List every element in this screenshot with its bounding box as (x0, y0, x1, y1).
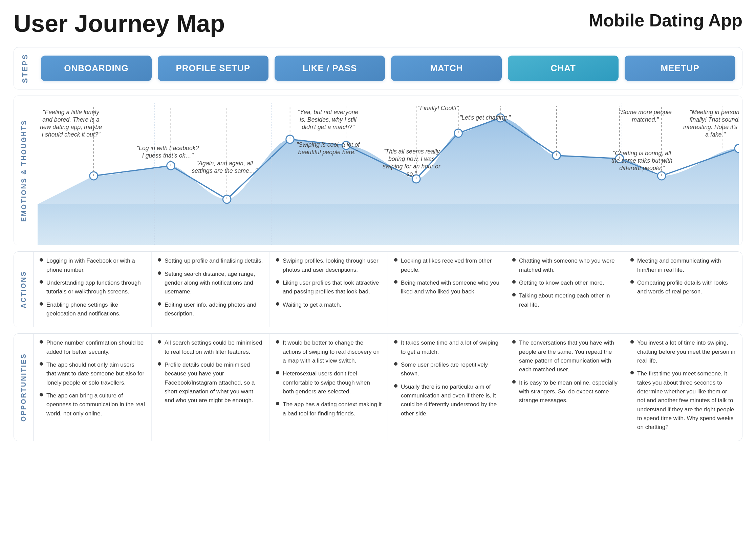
bullet-dot (158, 258, 161, 262)
svg-text:"Again, and again, all: "Again, and again, all (196, 160, 253, 167)
bullet-dot (276, 280, 279, 284)
action-text: Looking at likes received from other peo… (401, 256, 500, 274)
opp-text: Heterosexual users don't feel comfortabl… (283, 369, 382, 396)
step-onboarding: ONBOARDING (41, 56, 152, 81)
action-text: Being matched with someone who you liked… (401, 279, 500, 296)
opp-item: It would be better to change the actions… (276, 338, 382, 365)
actions-label: ACTIONS (20, 271, 27, 308)
bullet-dot (512, 258, 516, 262)
steps-label: STEPS (21, 54, 38, 83)
app-subtitle: Mobile Dating App (589, 10, 742, 30)
bullet-dot (512, 340, 516, 344)
opp-text: The app has a dating context making it a… (283, 400, 382, 418)
bullet-dot (276, 302, 279, 306)
actions-col-meetup: Meeting and communicating with him/her i… (624, 252, 742, 327)
emotions-section: EMOTIONS & THOUGHTS (14, 96, 742, 245)
actions-label-wrap: ACTIONS (14, 252, 34, 327)
opp-text: It takes some time and a lot of swiping … (401, 338, 500, 356)
actions-item: Comparing profile details with looks and… (630, 279, 736, 296)
bullet-dot (276, 402, 279, 405)
opp-item: Phone number confirmation should be adde… (40, 338, 145, 356)
svg-text:didn't get a match?": didn't get a match?" (302, 124, 354, 130)
step-chat: CHAT (508, 56, 619, 81)
svg-text:swiping for an hour or: swiping for an hour or (383, 163, 441, 170)
bullet-dot (40, 362, 43, 366)
actions-item: Logging in with Facebook or with a phone… (40, 256, 145, 274)
svg-text:a fake.": a fake." (705, 131, 726, 138)
actions-item: Swiping profiles, looking through user p… (276, 256, 382, 274)
header: User Journey Map Mobile Dating App (14, 10, 742, 37)
opp-text: Some user profiles are repetitively show… (401, 361, 500, 378)
svg-text:different people.": different people." (619, 165, 665, 171)
emotions-label-wrap: EMOTIONS & THOUGHTS (14, 96, 34, 245)
opp-text: The conversations that you have with peo… (519, 338, 618, 374)
bullet-dot (276, 371, 279, 374)
opp-text: All search settings could be minimised t… (165, 338, 263, 356)
opp-item: The conversations that you have with peo… (512, 338, 618, 374)
svg-text:matched.": matched." (632, 116, 659, 123)
action-text: Setting up profile and finalising detail… (165, 256, 263, 265)
svg-text:finally! That sounds: finally! That sounds (690, 116, 739, 123)
opp-item: It is easy to be mean online, especially… (512, 378, 618, 405)
actions-col-match: Looking at likes received from other peo… (388, 252, 506, 327)
opp-text: Usually there is no particular aim of co… (401, 383, 500, 418)
actions-item: Editing user info, adding photos and des… (158, 301, 263, 318)
svg-text:I guess that's ok…": I guess that's ok…" (142, 152, 194, 159)
bullet-dot (630, 280, 634, 284)
bullet-dot (40, 280, 43, 284)
action-text: Logging in with Facebook or with a phone… (46, 256, 145, 274)
opp-text: It would be better to change the actions… (283, 338, 382, 365)
bullet-dot (158, 302, 161, 306)
action-text: Understanding app functions through tuto… (46, 279, 145, 296)
opp-text: The app should not only aim users that w… (46, 361, 145, 387)
actions-item: Enabling phone settings like geolocation… (40, 301, 145, 318)
opps-col-meetup: You invest a lot of time into swiping, c… (624, 334, 742, 440)
emotions-content: "Feeling a little lonely and bored. Ther… (34, 96, 742, 245)
actions-item: Meeting and communicating with him/her i… (630, 256, 736, 274)
opp-item: Usually there is no particular aim of co… (394, 383, 500, 418)
bullet-dot (394, 384, 397, 388)
bullet-dot (40, 258, 43, 262)
action-text: Getting to know each other more. (519, 279, 604, 287)
actions-item: Talking about meeting each other in real… (512, 291, 618, 309)
svg-text:so.": so." (407, 170, 417, 177)
actions-item: Looking at likes received from other peo… (394, 256, 500, 274)
svg-text:beautiful people here.": beautiful people here." (298, 149, 359, 156)
bullet-dot (394, 362, 397, 366)
opp-item: The first time you meet someone, it take… (630, 369, 736, 432)
opps-col-match: It takes some time and a lot of swiping … (388, 334, 506, 440)
opp-item: Heterosexual users don't feel comfortabl… (276, 369, 382, 396)
actions-col-profile: Setting up profile and finalising detail… (152, 252, 270, 327)
bullet-dot (40, 340, 43, 344)
bullet-dot (630, 258, 634, 262)
bullet-dot (276, 340, 279, 344)
opp-item: You invest a lot of time into swiping, c… (630, 338, 736, 365)
action-text: Meeting and communicating with him/her i… (637, 256, 736, 274)
opps-col-onboarding: Phone number confirmation should be adde… (34, 334, 152, 440)
opps-col-profile: All search settings could be minimised t… (152, 334, 270, 440)
bullet-dot (394, 258, 397, 262)
actions-item: Chatting with someone who you were match… (512, 256, 618, 274)
action-text: Swiping profiles, looking through user p… (283, 256, 382, 274)
bullet-dot (40, 302, 43, 306)
bullet-dot (512, 280, 516, 284)
step-like-pass: LIKE / PASS (275, 56, 385, 81)
svg-text:I should check it out?": I should check it out?" (42, 131, 101, 138)
opp-text: The first time you meet someone, it take… (637, 369, 736, 432)
bullet-dot (512, 293, 516, 296)
opportunities-section: OPPORTUNITIES Phone number confirmation … (14, 333, 742, 441)
svg-text:"Feeling a little lonely: "Feeling a little lonely (43, 109, 100, 116)
step-meetup: MEETUP (625, 56, 735, 81)
svg-text:"Chatting is boring, all: "Chatting is boring, all (613, 150, 671, 157)
opp-item: The app has a dating context making it a… (276, 400, 382, 418)
svg-text:boring now, I was: boring now, I was (388, 156, 435, 162)
svg-text:new dating app, maybe: new dating app, maybe (40, 124, 102, 130)
svg-text:"Some more people: "Some more people (619, 109, 672, 116)
svg-text:settings are the same…": settings are the same…" (192, 167, 257, 174)
bullet-dot (158, 271, 161, 275)
svg-point-12 (735, 144, 739, 152)
steps-row: ONBOARDING PROFILE SETUP LIKE / PASS MAT… (41, 56, 735, 81)
bullet-dot (276, 258, 279, 262)
opp-item: Profile details could be minimised becau… (158, 361, 263, 405)
bullet-dot (394, 340, 397, 344)
